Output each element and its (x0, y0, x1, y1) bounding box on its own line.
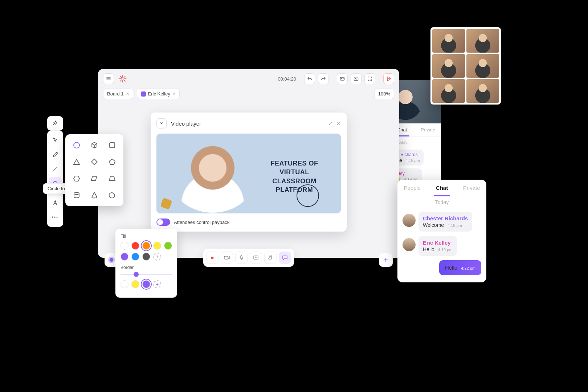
slide-heading-1: FEATURES OF (258, 159, 331, 168)
text-tool-icon[interactable]: A (49, 196, 62, 209)
inbox-icon[interactable] (337, 73, 348, 84)
border-width-slider[interactable] (121, 274, 172, 275)
participant-tile-2[interactable] (466, 29, 499, 53)
border-swatches: + (121, 280, 172, 288)
shape-square[interactable] (104, 138, 120, 152)
shape-cylinder[interactable] (69, 188, 85, 203)
collapse-button[interactable] (156, 118, 167, 128)
fill-swatch[interactable] (153, 242, 161, 250)
chat-message-outgoing: Hello 4:22 pm (397, 258, 486, 277)
playback-control-label: Attendees control payback (174, 220, 229, 225)
fill-swatch[interactable] (131, 242, 139, 250)
pencil-tool-icon[interactable] (49, 148, 62, 161)
leave-icon[interactable] (383, 73, 394, 84)
shape-circle[interactable] (69, 138, 85, 152)
fill-swatches: + (121, 242, 172, 261)
fill-swatch[interactable] (142, 242, 150, 250)
board-tabbar: Board 1 ✕ Eric Kelley ✕ 100% (98, 89, 399, 103)
tab-people[interactable]: People (397, 180, 427, 196)
shape-pentagon[interactable] (104, 155, 120, 169)
screenshare-icon[interactable] (250, 252, 262, 264)
shape-cube[interactable] (87, 138, 102, 152)
chat-day-divider: Today (397, 196, 486, 209)
shape-triangle[interactable] (69, 155, 85, 169)
sender-name: Chester Richards (423, 215, 468, 221)
sender-name: Eric Kelley (423, 240, 453, 246)
expand-icon[interactable]: ⤢ (328, 121, 333, 126)
app-logo-icon (118, 74, 128, 84)
fill-swatch[interactable] (121, 242, 128, 250)
playback-control-toggle[interactable] (156, 219, 170, 226)
add-border-swatch[interactable]: + (153, 280, 161, 288)
video-thumbnail[interactable]: FEATURES OF VIRTUAL CLASSROOM PLATFORM (156, 134, 341, 213)
message-time: 4:18 pm (405, 158, 420, 163)
shape-hexagon[interactable] (69, 171, 85, 186)
close-icon[interactable]: ✕ (172, 91, 176, 96)
message-time: 4:19 pm (438, 248, 453, 252)
avatar (403, 214, 416, 227)
participant-tile-1[interactable] (432, 29, 465, 53)
raise-hand-icon[interactable] (264, 252, 277, 264)
shape-trapezoid[interactable] (104, 171, 120, 186)
microphone-icon[interactable] (235, 252, 248, 264)
following-user-label: Eric Kelley (148, 91, 170, 97)
svg-point-8 (74, 192, 79, 195)
board-tab-label: Board 1 (107, 91, 124, 97)
more-tools-icon[interactable]: ••• (49, 211, 62, 224)
tab-private[interactable]: Private (457, 180, 486, 196)
border-swatch[interactable] (131, 280, 139, 288)
shape-blob[interactable] (104, 188, 120, 203)
tab-chat[interactable]: Chat (427, 180, 457, 196)
close-icon[interactable]: ✕ (336, 121, 341, 126)
svg-rect-2 (224, 256, 228, 259)
message-time: 4:22 pm (461, 266, 475, 270)
shape-diamond[interactable] (87, 155, 102, 169)
participant-tile-6[interactable] (466, 79, 499, 103)
chat-message: Eric Kelley Hello 4:19 pm (397, 234, 486, 258)
line-tool-icon[interactable] (49, 163, 62, 176)
media-control-bar: ● (203, 249, 294, 267)
message-text: Welcome (423, 222, 444, 228)
session-timer: 00:04:20 (278, 76, 296, 82)
chat-icon[interactable] (279, 252, 291, 264)
participant-tile-4[interactable] (466, 54, 499, 78)
fill-swatch[interactable] (131, 253, 139, 261)
fill-swatch[interactable] (164, 242, 172, 250)
fill-swatch[interactable] (121, 253, 128, 261)
close-icon[interactable]: ✕ (126, 91, 129, 96)
border-swatch[interactable] (142, 280, 150, 288)
following-user-pill[interactable]: Eric Kelley ✕ (137, 89, 180, 99)
avatar (403, 238, 416, 251)
menu-icon[interactable] (103, 73, 114, 84)
embed-icon[interactable] (351, 73, 362, 84)
svg-rect-0 (340, 77, 344, 80)
video-player-title: Video player (171, 121, 201, 127)
undo-icon[interactable] (304, 73, 315, 84)
board-tab[interactable]: Board 1 ✕ (103, 89, 133, 99)
drawing-toolbox: A ••• (47, 131, 63, 227)
message-text: Hello (423, 246, 434, 252)
camera-icon[interactable] (221, 252, 233, 264)
slide-heading-2: VIRTUAL CLASSROOM (258, 168, 331, 185)
message-text: Hello (445, 265, 457, 271)
record-icon[interactable]: ● (206, 252, 219, 264)
fill-label: Fill (121, 234, 172, 239)
message-time: 4:18 pm (448, 223, 462, 228)
user-color-dot (141, 91, 146, 97)
redo-icon[interactable] (318, 73, 329, 84)
shape-cone[interactable] (87, 188, 102, 203)
fullscreen-icon[interactable] (364, 73, 375, 84)
shape-parallelogram[interactable] (87, 171, 102, 186)
participant-tile-5[interactable] (432, 79, 465, 103)
pin-button[interactable] (47, 116, 63, 131)
slide-heading-3: PLATFORM (258, 185, 331, 194)
border-swatch[interactable] (121, 280, 128, 288)
svg-point-6 (74, 142, 79, 148)
participant-tile-3[interactable] (432, 54, 465, 78)
add-fill-swatch[interactable]: + (153, 253, 161, 261)
add-element-button[interactable]: + (379, 253, 393, 267)
zoom-indicator[interactable]: 100% (374, 89, 394, 99)
fill-swatch[interactable] (142, 253, 150, 261)
tab-private[interactable]: Private (415, 123, 441, 136)
cursor-tool-icon[interactable] (49, 134, 62, 147)
